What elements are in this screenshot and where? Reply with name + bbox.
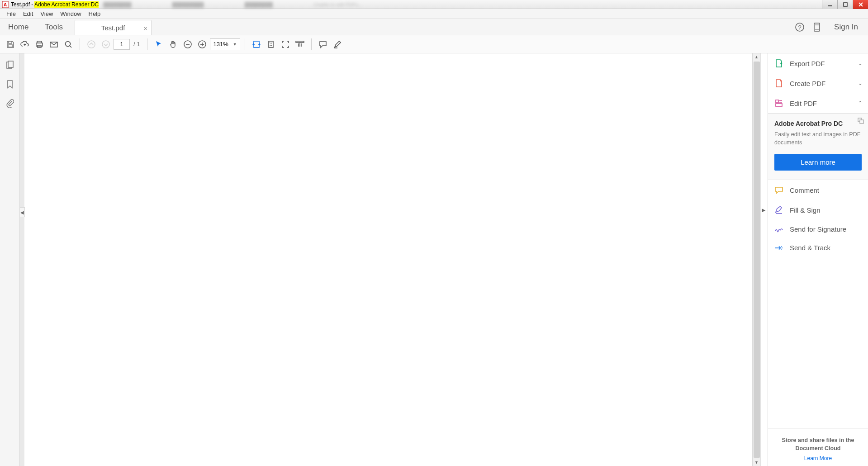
- right-panel-gutter: ▶: [760, 53, 768, 466]
- home-link[interactable]: Home: [0, 19, 37, 35]
- create-pdf-label: Create PDF: [790, 80, 825, 87]
- close-button[interactable]: [853, 0, 868, 9]
- comment-tool-icon: [774, 185, 783, 195]
- chevron-down-icon: ⌄: [858, 60, 863, 67]
- comment-tool[interactable]: Comment: [768, 180, 868, 200]
- separator: [311, 38, 312, 50]
- fit-page-icon[interactable]: [264, 38, 278, 51]
- hand-tool-icon[interactable]: [166, 38, 180, 51]
- separator: [80, 38, 80, 50]
- page-down-icon[interactable]: [99, 38, 113, 51]
- send-track-label: Send & Track: [790, 244, 830, 252]
- tab-row: Home Tools Test.pdf × ? Sign In: [0, 19, 868, 35]
- right-panel-toggle[interactable]: ▶: [762, 207, 765, 213]
- title-bar: A Test.pdf - Adobe Acrobat Reader DC ███…: [0, 0, 868, 9]
- comment-label: Comment: [790, 186, 819, 194]
- chevron-up-icon: ⌃: [858, 100, 863, 106]
- menu-window[interactable]: Window: [57, 10, 85, 18]
- cloud-promo: Store and share files in the Document Cl…: [768, 428, 868, 466]
- vertical-scrollbar[interactable]: ▲ ▼: [752, 53, 760, 466]
- edit-pdf-icon: [774, 99, 783, 108]
- send-signature-tool[interactable]: Send for Signature: [768, 220, 868, 238]
- promo-title: Adobe Acrobat Pro DC: [774, 120, 862, 127]
- send-track-tool[interactable]: Send & Track: [768, 238, 868, 257]
- edit-pdf-tool[interactable]: Edit PDF ⌃: [768, 93, 868, 113]
- document-viewport[interactable]: ◀ ▲ ▼: [20, 53, 760, 466]
- left-rail: [0, 53, 20, 466]
- tab-close-icon[interactable]: ×: [144, 25, 147, 32]
- email-icon[interactable]: [47, 38, 61, 51]
- attachment-icon[interactable]: [5, 98, 15, 109]
- edit-pdf-label: Edit PDF: [790, 100, 817, 107]
- export-pdf-tool[interactable]: Export PDF ⌄: [768, 53, 868, 73]
- export-pdf-icon: [774, 59, 783, 68]
- svg-rect-14: [36, 43, 43, 46]
- svg-point-42: [781, 248, 782, 249]
- maximize-button[interactable]: [837, 0, 853, 9]
- menu-edit[interactable]: Edit: [19, 10, 37, 18]
- menu-view[interactable]: View: [37, 10, 57, 18]
- svg-rect-28: [296, 41, 304, 43]
- send-signature-icon: [774, 226, 783, 233]
- zoom-value: 131%: [213, 41, 228, 48]
- svg-rect-8: [814, 23, 820, 31]
- svg-rect-32: [776, 100, 778, 103]
- svg-rect-27: [269, 41, 273, 48]
- svg-line-18: [70, 46, 71, 48]
- cloud-promo-text: Store and share files in the Document Cl…: [774, 437, 862, 452]
- fill-sign-icon: [774, 205, 783, 214]
- app-icon: A: [2, 1, 9, 8]
- page-up-icon[interactable]: [85, 38, 98, 51]
- svg-point-19: [88, 41, 95, 48]
- help-icon[interactable]: ?: [794, 22, 805, 33]
- svg-rect-31: [8, 61, 13, 67]
- fullscreen-icon[interactable]: [279, 38, 292, 51]
- cloud-learn-more-link[interactable]: Learn More: [774, 455, 862, 461]
- scroll-thumb[interactable]: [754, 62, 760, 458]
- fit-width-icon[interactable]: [250, 38, 263, 51]
- document-tab[interactable]: Test.pdf ×: [75, 20, 152, 35]
- zoom-dropdown[interactable]: 131%▼: [210, 38, 240, 50]
- svg-rect-12: [8, 45, 13, 47]
- svg-text:?: ?: [798, 24, 802, 30]
- zoom-in-icon[interactable]: [195, 38, 209, 51]
- tools-link[interactable]: Tools: [37, 19, 71, 35]
- learn-more-button[interactable]: Learn more: [774, 154, 862, 171]
- save-icon[interactable]: [4, 38, 17, 51]
- link-out-icon[interactable]: [857, 117, 864, 124]
- promo-description: Easily edit text and images in PDF docum…: [774, 131, 862, 147]
- comment-icon[interactable]: [316, 38, 330, 51]
- selection-tool-icon[interactable]: [152, 38, 166, 51]
- scroll-up-icon[interactable]: ▲: [753, 53, 760, 61]
- svg-text:A: A: [4, 2, 7, 7]
- left-panel-toggle[interactable]: ◀: [19, 207, 25, 217]
- menu-help[interactable]: Help: [85, 10, 104, 18]
- create-pdf-tool[interactable]: Create PDF ⌄: [768, 73, 868, 93]
- zoom-out-icon[interactable]: [181, 38, 194, 51]
- bookmark-icon[interactable]: [5, 79, 15, 90]
- fill-sign-tool[interactable]: Fill & Sign: [768, 200, 868, 220]
- sign-in-link[interactable]: Sign In: [829, 23, 863, 32]
- read-mode-icon[interactable]: [293, 38, 307, 51]
- background-browser-tabs: █████████████████████████Unable to edit …: [103, 2, 363, 7]
- cloud-upload-icon[interactable]: [18, 38, 32, 51]
- thumbnails-icon[interactable]: [5, 60, 15, 71]
- svg-point-41: [782, 247, 783, 248]
- print-icon[interactable]: [33, 38, 46, 51]
- svg-rect-33: [776, 104, 782, 106]
- separator: [245, 38, 245, 50]
- minimize-button[interactable]: [822, 0, 837, 9]
- menu-bar: File Edit View Window Help: [0, 9, 868, 19]
- send-signature-label: Send for Signature: [790, 225, 846, 233]
- chevron-down-icon: ⌄: [858, 80, 863, 86]
- page-number-input[interactable]: [114, 39, 130, 50]
- search-icon[interactable]: [62, 38, 75, 51]
- fill-sign-label: Fill & Sign: [790, 206, 821, 214]
- svg-point-40: [781, 246, 782, 247]
- mobile-link-icon[interactable]: [811, 22, 822, 33]
- highlight-icon[interactable]: [331, 38, 344, 51]
- svg-rect-3: [844, 3, 847, 6]
- menu-file[interactable]: File: [3, 10, 19, 18]
- send-track-icon: [774, 245, 783, 251]
- scroll-down-icon[interactable]: ▼: [753, 459, 760, 466]
